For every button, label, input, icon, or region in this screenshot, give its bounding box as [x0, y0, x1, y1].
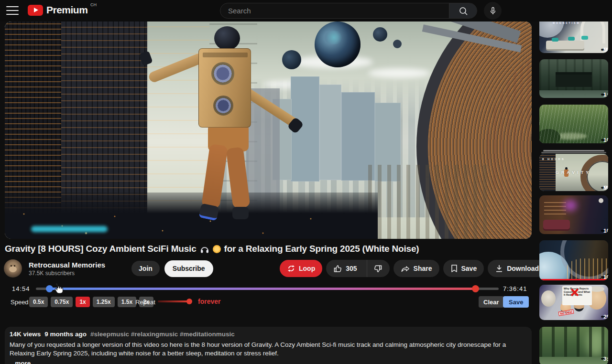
looper-controls-row: Speed 0.5x 0.75x 1x 1.25x 1.5x 2x Repeat…	[0, 296, 532, 308]
duration-badge: ♪10:13:21	[601, 276, 606, 278]
search-button[interactable]	[449, 3, 477, 18]
loop-end-handle[interactable]	[472, 285, 479, 292]
loop-button[interactable]: Loop	[280, 260, 322, 277]
youtube-watch-page: Premium CH	[0, 0, 612, 364]
sun-icon	[213, 245, 221, 253]
thumb-rain	[539, 105, 608, 143]
video-player[interactable]	[5, 21, 532, 239]
show-more-button[interactable]: ...more	[10, 360, 527, 364]
channel-avatar[interactable]	[4, 259, 22, 278]
youtube-premium-logo[interactable]: Premium CH	[28, 4, 87, 16]
scene-cloud	[368, 68, 430, 78]
related-video-thumbnail-8[interactable]: 3:00:01	[539, 327, 608, 364]
search-icon	[459, 6, 468, 16]
playlist-stack-bar	[541, 152, 606, 153]
loop-range-slider[interactable]	[36, 288, 499, 290]
thumb-water	[539, 357, 608, 364]
like-count: 305	[346, 265, 357, 272]
related-video-thumbnail-5[interactable]: 10:02:03	[539, 195, 608, 234]
headphones-icon	[200, 245, 209, 253]
thumb-stream	[539, 90, 608, 98]
channel-name[interactable]: Retrocausal Memories	[29, 261, 105, 269]
thumb-moon	[599, 198, 603, 203]
scene-teal-glow	[31, 226, 108, 232]
hashtags[interactable]: #sleepmusic #relaxingmusic #meditationmu…	[90, 331, 235, 338]
scene-floating-sphere	[393, 40, 402, 48]
search-bar	[220, 3, 477, 19]
duration-badge: 10:02:03	[601, 230, 606, 232]
repeat-label: Repeat	[135, 299, 155, 306]
voice-search-button[interactable]	[484, 2, 502, 20]
youtube-play-icon	[28, 5, 43, 16]
join-button[interactable]: Join	[131, 261, 160, 276]
thumb-cushion	[568, 37, 575, 41]
thumb-title-overlay: GRAVITY	[556, 170, 591, 175]
thumb-shelf	[544, 200, 566, 214]
share-icon	[401, 264, 410, 273]
thumb-neon-glow	[564, 200, 577, 211]
thumbs-down-icon	[373, 264, 382, 273]
like-button[interactable]: 305	[326, 260, 363, 277]
repeat-slider-handle[interactable]	[186, 299, 192, 304]
watched-progress-bar	[539, 279, 608, 280]
related-video-thumbnail-7[interactable]: Why Russia Rejects Ceasefire—and What It…	[539, 285, 608, 320]
duration-badge: 29:51	[601, 316, 606, 318]
subscribe-button[interactable]: Subscribe	[164, 260, 213, 277]
scene-floating-sphere	[373, 27, 387, 42]
video-title: Gravity [8 HOURS] Cozy Ambient SciFi Mus…	[5, 244, 531, 254]
thumb-hours-overlay: 8 HOURS	[542, 158, 565, 161]
share-button[interactable]: Share	[393, 260, 439, 277]
search-input[interactable]	[220, 3, 449, 18]
thumb-title-overlay: MAGNETISM	[553, 21, 580, 24]
thumb-couch	[543, 220, 570, 229]
loop-start-time: 14:54	[12, 285, 30, 292]
description-box[interactable]: 14K views 9 months ago #sleepmusic #rela…	[5, 327, 532, 364]
microphone-icon	[489, 7, 497, 15]
duration-badge: 10:00:01	[601, 139, 606, 141]
mix-badge: Mix	[601, 49, 606, 51]
speed-buttons: 0.5x 0.75x 1x 1.25x 1.5x 2x	[29, 297, 153, 307]
looper-save-button[interactable]: Save	[503, 296, 529, 308]
scene-floating-sphere	[315, 21, 361, 67]
loop-start-handle[interactable]	[46, 285, 53, 292]
loop-icon	[287, 264, 295, 273]
playlist-stack-bar	[543, 150, 604, 151]
duration-badge: 3:00:01	[601, 358, 606, 360]
loop-end-time: 7:36:41	[503, 285, 527, 292]
menu-icon[interactable]	[6, 5, 19, 16]
save-button[interactable]: Save	[443, 260, 484, 277]
channel-row: Retrocausal Memories 37.5K subscribers J…	[4, 259, 213, 278]
thumb-face	[541, 290, 556, 307]
upload-age: 9 months ago	[44, 331, 87, 338]
speed-1x-button[interactable]: 1x	[76, 297, 89, 307]
scene-astronaut	[172, 27, 292, 228]
related-video-thumbnail-2[interactable]: ♪1:11:21	[539, 59, 608, 98]
description-text: Many of you requested a longer version o…	[10, 341, 526, 358]
top-navbar: Premium CH	[0, 0, 612, 21]
speed-0.5x-button[interactable]: 0.5x	[29, 297, 48, 307]
repeat-value: forever	[198, 298, 220, 305]
subscriber-count: 37.5K subscribers	[29, 270, 105, 277]
related-video-thumbnail-3[interactable]: 10:00:01	[539, 105, 608, 143]
scene-tower	[319, 85, 341, 180]
download-button[interactable]: Download	[488, 260, 546, 277]
loop-range-row: 14:54 7:36:41	[0, 284, 532, 293]
logo-wordmark: Premium	[46, 4, 87, 15]
clear-button[interactable]: Clear	[479, 296, 504, 308]
bookmark-icon	[450, 264, 458, 273]
thumbs-up-icon	[333, 264, 342, 273]
speed-1.25x-button[interactable]: 1.25x	[93, 297, 115, 307]
thumb-cabin	[556, 75, 592, 87]
mix-badge: Mix	[601, 187, 606, 189]
speed-1.5x-button[interactable]: 1.5x	[118, 297, 136, 307]
like-dislike-pill: 305	[326, 260, 389, 277]
repeat-slider[interactable]	[158, 300, 189, 302]
related-video-thumbnail-6[interactable]: ♪10:13:21	[539, 240, 608, 280]
dislike-button[interactable]	[367, 260, 390, 277]
video-actions: Loop 305 Share Save Download •••	[280, 260, 567, 277]
country-badge: CH	[90, 2, 97, 7]
thumb-sofa	[546, 41, 584, 49]
loop-range-fill	[50, 288, 476, 290]
related-video-thumbnail-4[interactable]: 8 HOURS GRAVITY Mix	[539, 154, 608, 191]
speed-0.75x-button[interactable]: 0.75x	[51, 297, 73, 307]
